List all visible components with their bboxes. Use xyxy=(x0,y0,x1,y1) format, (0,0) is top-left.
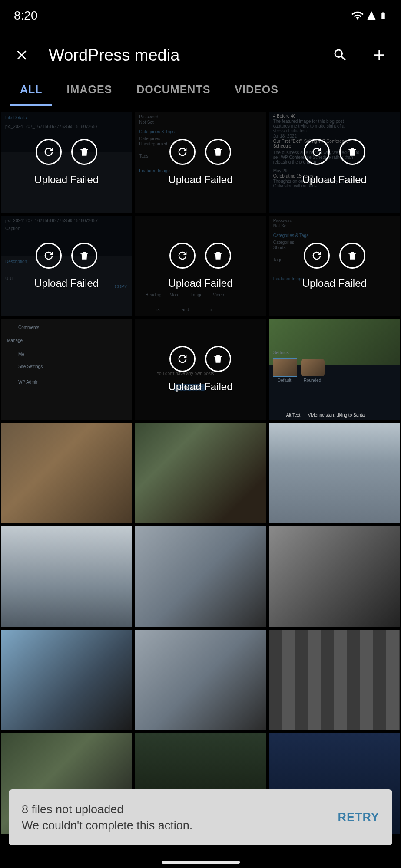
tab-videos[interactable]: VIDEOS xyxy=(235,83,278,105)
battery-icon xyxy=(379,10,387,22)
statusbar: 8:20 xyxy=(0,0,401,31)
retry-icon xyxy=(43,250,55,262)
search-icon xyxy=(332,47,348,63)
retry-icon xyxy=(176,146,189,158)
delete-upload-button[interactable] xyxy=(339,139,365,165)
upload-failed-label: Upload Failed xyxy=(34,174,99,186)
delete-upload-button[interactable] xyxy=(205,346,231,372)
media-item[interactable] xyxy=(135,526,266,627)
tab-images[interactable]: IMAGES xyxy=(67,83,113,105)
upload-failed-label: Upload Failed xyxy=(168,174,232,186)
media-item[interactable] xyxy=(135,630,266,731)
media-item[interactable] xyxy=(269,423,400,524)
retry-icon xyxy=(43,146,55,158)
retry-icon xyxy=(311,146,323,158)
nav-handle[interactable] xyxy=(162,861,240,864)
tabs: ALL IMAGES DOCUMENTS VIDEOS xyxy=(0,79,401,109)
media-item[interactable] xyxy=(1,630,132,731)
media-item-failed[interactable]: 4 Before 40 The featured image for this … xyxy=(269,112,400,213)
trash-icon xyxy=(79,250,90,261)
retry-upload-button[interactable] xyxy=(36,243,62,269)
wifi-icon xyxy=(351,10,364,22)
snackbar: 8 files not uploaded We couldn't complet… xyxy=(9,789,392,845)
media-grid: File Details pxl_20241207_16215616277525… xyxy=(0,109,401,834)
retry-upload-button[interactable] xyxy=(169,243,196,269)
retry-upload-button[interactable] xyxy=(304,243,330,269)
retry-upload-button[interactable] xyxy=(169,139,196,165)
upload-failed-label: Upload Failed xyxy=(302,174,367,186)
cellular-icon xyxy=(366,10,377,21)
delete-upload-button[interactable] xyxy=(205,139,231,165)
media-item-failed[interactable]: Password Not Set Categories & Tags Categ… xyxy=(269,216,400,317)
delete-upload-button[interactable] xyxy=(205,243,231,269)
page-title: WordPress media xyxy=(49,46,313,65)
media-item-failed[interactable]: File Details pxl_20241207_16215616277525… xyxy=(1,112,132,213)
trash-icon xyxy=(212,250,224,261)
delete-upload-button[interactable] xyxy=(339,243,365,269)
media-item-failed[interactable]: You don't have any own posts Create a po… xyxy=(135,319,266,420)
trash-icon xyxy=(347,146,358,158)
retry-icon xyxy=(176,250,189,262)
trash-icon xyxy=(79,146,90,158)
delete-upload-button[interactable] xyxy=(71,139,97,165)
retry-icon xyxy=(311,250,323,262)
media-item[interactable] xyxy=(1,423,132,524)
media-item[interactable] xyxy=(135,423,266,524)
snackbar-retry-button[interactable]: RETRY xyxy=(338,811,379,824)
retry-upload-button[interactable] xyxy=(169,346,196,372)
tab-documents[interactable]: DOCUMENTS xyxy=(136,83,210,105)
media-item[interactable]: Comments Manage Me Site Settings WP Admi… xyxy=(1,319,132,420)
snackbar-message: 8 files not uploaded We couldn't complet… xyxy=(22,802,192,833)
upload-failed-label: Upload Failed xyxy=(168,277,232,289)
trash-icon xyxy=(212,146,224,158)
tab-all[interactable]: ALL xyxy=(20,83,43,105)
appbar: WordPress media xyxy=(0,31,401,79)
trash-icon xyxy=(347,250,358,261)
plus-icon xyxy=(371,46,388,64)
close-button[interactable] xyxy=(10,43,34,67)
media-item-failed[interactable]: Password Not Set Categories & Tags Categ… xyxy=(135,112,266,213)
retry-upload-button[interactable] xyxy=(36,139,62,165)
upload-failed-label: Upload Failed xyxy=(302,277,367,289)
trash-icon xyxy=(212,353,224,365)
retry-icon xyxy=(176,353,189,365)
delete-upload-button[interactable] xyxy=(71,243,97,269)
close-icon xyxy=(14,47,30,63)
media-item[interactable] xyxy=(269,630,400,731)
media-item-failed[interactable]: pxl_20241207_16215616277525651516072657 … xyxy=(1,216,132,317)
search-button[interactable] xyxy=(328,43,352,67)
upload-failed-label: Upload Failed xyxy=(168,381,232,393)
media-item-failed[interactable]: Heading More Image Video is and in Uploa… xyxy=(135,216,266,317)
add-button[interactable] xyxy=(367,43,391,67)
media-item[interactable] xyxy=(269,526,400,627)
statusbar-time: 8:20 xyxy=(14,9,38,23)
media-item[interactable]: Settings Default Rounded Alt Text Vivien… xyxy=(269,319,400,420)
retry-upload-button[interactable] xyxy=(304,139,330,165)
upload-failed-label: Upload Failed xyxy=(34,277,99,289)
media-item[interactable] xyxy=(1,526,132,627)
